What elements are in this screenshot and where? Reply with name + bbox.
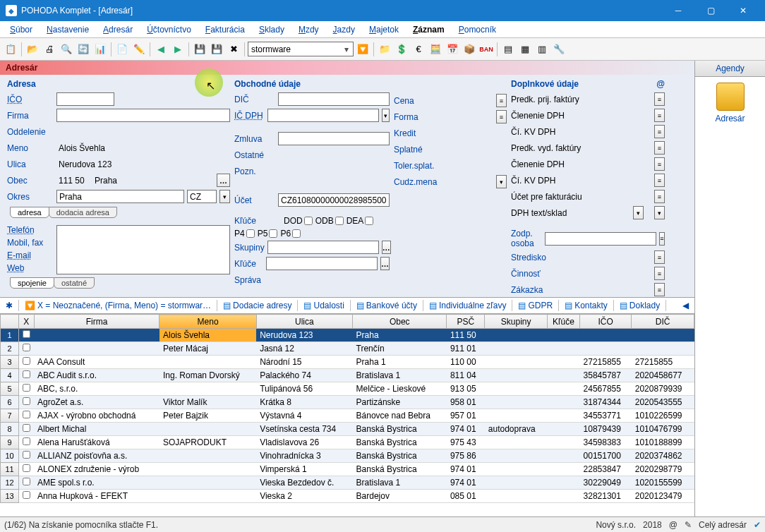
- toolbar-filter-icon[interactable]: 🔽: [355, 42, 371, 57]
- col-Meno[interactable]: Meno: [159, 315, 256, 329]
- obec-lookup-button[interactable]: …: [217, 174, 230, 187]
- stredisko-dd[interactable]: ≡: [654, 250, 665, 264]
- side-item-adresar[interactable]: Adresár: [695, 77, 765, 129]
- zodp-dd[interactable]: ≡: [659, 232, 665, 246]
- dic-input[interactable]: [278, 92, 390, 106]
- col-Ulica[interactable]: Ulica: [256, 315, 352, 329]
- chk-dea[interactable]: DEA: [347, 216, 374, 226]
- krajina-input[interactable]: [187, 190, 217, 203]
- toolbar-preview-icon[interactable]: 🔍: [59, 42, 74, 57]
- table-row[interactable]: 1Alois ŠvehlaNerudova 123Praha111 50: [1, 329, 694, 342]
- status-at-icon[interactable]: @: [669, 520, 677, 530]
- table-row[interactable]: 2Peter MácajJasná 12Trenčín911 01: [1, 342, 694, 356]
- kontakt-textarea[interactable]: [56, 225, 230, 274]
- krajina-dropdown[interactable]: ▾: [219, 190, 230, 203]
- tab-doklady[interactable]: ▤ Doklady: [615, 298, 664, 313]
- cena-dd[interactable]: ≡: [496, 94, 507, 107]
- toolbar-v2-icon[interactable]: ▦: [517, 42, 533, 57]
- dopl-dd2[interactable]: ≡: [654, 109, 665, 122]
- toolbar-money-icon[interactable]: 💲: [394, 42, 409, 57]
- dopl-dd6[interactable]: ≡: [654, 174, 665, 187]
- status-edit-icon[interactable]: ✎: [685, 520, 692, 530]
- chk-p4[interactable]: P4: [234, 229, 255, 238]
- tab-individuálne-zľavy[interactable]: ▤ Individuálne zľavy: [425, 298, 511, 313]
- tab-dodacie-adresy[interactable]: ▤ Dodacie adresy: [219, 298, 296, 313]
- tab-adresa[interactable]: adresa: [10, 207, 49, 218]
- tab-bankové-účty[interactable]: ▤ Bankové účty: [352, 298, 421, 313]
- table-row[interactable]: 5ABC, s.r.o.Tulipánová 56Melčice - Liesk…: [1, 382, 694, 396]
- table-row[interactable]: 7AJAX - výrobno obchodnáPeter BajzikVýst…: [1, 409, 694, 423]
- tab-ostatne[interactable]: ostatné: [54, 277, 95, 289]
- minimize-button[interactable]: ─: [662, 0, 694, 21]
- tab-udalosti[interactable]: ▤ Udalosti: [299, 298, 348, 313]
- toolbar-folder-icon[interactable]: 📁: [377, 42, 392, 57]
- menu-mzdy[interactable]: Mzdy: [291, 23, 326, 37]
- col-Firma[interactable]: Firma: [34, 315, 159, 329]
- okres-input[interactable]: [56, 190, 184, 203]
- menu-majetok[interactable]: Majetok: [362, 23, 406, 37]
- col-PSČ[interactable]: PSČ: [447, 315, 485, 329]
- toolbar-print-icon[interactable]: 🖨: [42, 42, 57, 57]
- chk-p6[interactable]: P6: [280, 229, 301, 238]
- dopl-dd1[interactable]: ≡: [654, 92, 665, 106]
- col-Obec[interactable]: Obec: [353, 315, 447, 329]
- chk-odb[interactable]: ODB: [315, 216, 344, 226]
- dopl-dd3[interactable]: ≡: [654, 125, 665, 138]
- toolbar-edit-icon[interactable]: ✏️: [131, 42, 147, 57]
- toolbar-open-icon[interactable]: 📂: [25, 42, 40, 57]
- col-IČO[interactable]: IČO: [580, 315, 632, 329]
- toolbar-cal-icon[interactable]: 📅: [445, 42, 460, 57]
- menu-účtovníctvo[interactable]: Účtovníctvo: [140, 23, 198, 37]
- toolbar-eur-icon[interactable]: €: [411, 42, 426, 57]
- table-row[interactable]: 4ABC Audit s.r.o.Ing. Roman DvorskýPalac…: [1, 369, 694, 382]
- toolbar-fwd-icon[interactable]: ▶: [170, 42, 186, 57]
- kluce2-lookup[interactable]: …: [380, 257, 390, 270]
- skupiny-input[interactable]: [267, 241, 379, 254]
- table-row[interactable]: 3AAA ConsultNárodní 15Praha 1110 0027215…: [1, 356, 694, 369]
- forma-dd[interactable]: ≡: [496, 110, 507, 123]
- menu-sklady[interactable]: Sklady: [252, 23, 291, 37]
- menu-jazdy[interactable]: Jazdy: [326, 23, 362, 37]
- table-row[interactable]: 9Alena HarušťákováSOJAPRODUKTVladislavov…: [1, 436, 694, 449]
- table-row[interactable]: 8Albert MichalVsetínska cesta 734Banská …: [1, 423, 694, 436]
- dopl-dd5[interactable]: ≡: [654, 157, 665, 171]
- toolbar-search-input[interactable]: [250, 44, 342, 54]
- tab-dodacia-adresa[interactable]: dodacia adresa: [49, 207, 117, 218]
- tab-scroll-left[interactable]: ◀: [678, 298, 693, 313]
- toolbar-v3-icon[interactable]: ▥: [534, 42, 550, 57]
- dopl-dd7[interactable]: ≡: [654, 190, 665, 203]
- zmluva-input[interactable]: [278, 132, 390, 145]
- chk-p5[interactable]: P5: [258, 229, 278, 238]
- cinnost-dd[interactable]: ≡: [654, 267, 665, 280]
- col-X[interactable]: X: [19, 315, 35, 329]
- menu-súbor[interactable]: Súbor: [3, 23, 40, 37]
- toolbar-refresh-icon[interactable]: 🔄: [76, 42, 91, 57]
- chevron-down-icon[interactable]: ▾: [342, 44, 351, 54]
- toolbar-search-combo[interactable]: ▾: [248, 42, 354, 56]
- dopl-dd8a[interactable]: ▾: [633, 206, 644, 219]
- menu-pomocník[interactable]: Pomocník: [452, 23, 503, 37]
- ico-input[interactable]: [56, 92, 114, 106]
- maximize-button[interactable]: ▢: [694, 0, 727, 21]
- table-row[interactable]: 13Anna Hupková - EFEKTVieska 2Bardejov08…: [1, 490, 694, 503]
- toolbar-newrec-icon[interactable]: 📄: [114, 42, 130, 57]
- tab-filter-star[interactable]: ✱: [1, 298, 17, 313]
- menu-fakturácia[interactable]: Fakturácia: [198, 23, 252, 37]
- toolbar-save-icon[interactable]: 💾: [192, 42, 207, 57]
- toolbar-export-icon[interactable]: 📊: [92, 42, 108, 57]
- zodp-input[interactable]: [545, 232, 656, 246]
- dopl-dd8b[interactable]: ▾: [654, 206, 665, 219]
- ucet-input[interactable]: [278, 193, 390, 207]
- skupiny-lookup[interactable]: …: [382, 241, 391, 254]
- toolbar-save2-icon[interactable]: 💾: [209, 42, 224, 57]
- col-Kľúče[interactable]: Kľúče: [547, 315, 579, 329]
- table-row[interactable]: 12AME spol.s r.o.Vieska Bezdedov č.Brati…: [1, 476, 694, 490]
- close-button[interactable]: ✕: [727, 0, 759, 21]
- table-row[interactable]: 11ALONEX združenie - výrobVimperská 1Ban…: [1, 463, 694, 476]
- kluce2-input[interactable]: [266, 257, 378, 270]
- toolbar-back-icon[interactable]: ◀: [153, 42, 169, 57]
- dopl-dd4[interactable]: ≡: [654, 141, 665, 155]
- tab-gdpr[interactable]: ▤ GDPR: [514, 298, 557, 313]
- at-icon[interactable]: @: [656, 79, 665, 89]
- toolbar-bank-icon[interactable]: BAN: [478, 42, 494, 57]
